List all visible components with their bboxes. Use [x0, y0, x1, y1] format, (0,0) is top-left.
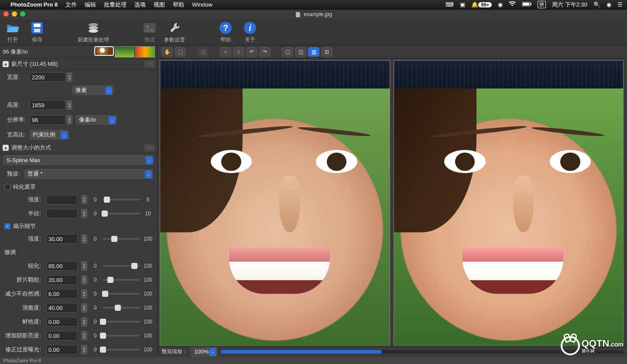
new-batch-button[interactable]: 新建批量处理 — [78, 20, 109, 44]
reveal-strength-slider[interactable] — [103, 238, 140, 240]
layout-split-v-button[interactable]: ⊟ — [321, 47, 332, 57]
ime-icon[interactable]: 拼 — [538, 1, 546, 8]
menu-help[interactable]: 帮助 — [173, 1, 184, 9]
width-stepper[interactable]: ▲▼ — [66, 72, 72, 82]
crisp-input[interactable] — [46, 303, 78, 313]
new-size-header[interactable]: ▲ 新尺寸 (10.45 MB) ⋯ — [0, 58, 158, 70]
menu-edit[interactable]: 编辑 — [85, 1, 96, 9]
layout-side-by-side-button[interactable]: ▥ — [308, 47, 319, 57]
stepper[interactable]: ▲▼ — [81, 275, 87, 285]
thumbnail-1[interactable] — [94, 46, 114, 56]
unsharp-radius-slider[interactable] — [103, 213, 140, 214]
menu-window[interactable]: Window — [192, 1, 212, 8]
crop-tool-button[interactable]: ◫ — [197, 47, 209, 57]
vivid-input[interactable] — [46, 317, 78, 327]
stepper[interactable]: ▲▼ — [81, 331, 87, 340]
close-button[interactable] — [3, 11, 9, 17]
chevron-down-icon: ⌄ — [209, 348, 216, 356]
unsharp-strength-label: 强度: — [4, 196, 44, 204]
artifact-input[interactable] — [46, 289, 78, 299]
reveal-detail-checkbox[interactable]: ✓ — [4, 223, 10, 229]
svg-point-7 — [89, 26, 98, 30]
stepper[interactable]: ▲▼ — [81, 345, 87, 354]
width-input[interactable] — [30, 72, 65, 82]
zoom-button[interactable] — [20, 11, 25, 17]
artifact-slider[interactable] — [103, 293, 140, 295]
sharpen-input[interactable] — [46, 261, 78, 271]
control-center-icon[interactable]: ☰ — [617, 1, 623, 8]
grain-slider[interactable] — [103, 279, 140, 281]
rotate-ccw-button[interactable]: ↶ — [246, 47, 257, 57]
marquee-tool-button[interactable]: ⬚ — [175, 47, 186, 57]
shadow-slider[interactable] — [103, 335, 140, 337]
layout-split-h-button[interactable]: ◫ — [295, 47, 306, 57]
grain-input[interactable] — [46, 275, 78, 285]
thumbnail-3[interactable] — [135, 46, 155, 58]
wifi-icon[interactable] — [509, 1, 516, 8]
resolution-unit-select[interactable]: 像素/in⌄ — [76, 115, 117, 125]
unsharp-strength-input[interactable] — [46, 195, 78, 204]
resolution-display: 96 像素/in — [3, 48, 28, 56]
preview-button[interactable]: 预览 — [140, 20, 160, 44]
stepper[interactable]: ▲▼ — [81, 289, 87, 299]
battery-icon[interactable] — [522, 1, 531, 8]
stepper[interactable]: ▲▼ — [81, 209, 87, 218]
unsharp-mask-checkbox[interactable] — [4, 184, 10, 190]
hand-tool-button[interactable]: ✋ — [161, 47, 173, 57]
height-stepper[interactable]: ▲▼ — [66, 100, 72, 110]
keyboard-icon[interactable]: ⌨ — [445, 1, 454, 8]
flip-h-button[interactable]: ↔ — [220, 47, 231, 57]
chevron-down-icon: ⌄ — [109, 116, 116, 124]
unsharp-strength-slider[interactable] — [103, 199, 140, 201]
thumbnail-2[interactable] — [115, 46, 134, 58]
menu-file[interactable]: 文件 — [65, 1, 77, 9]
stepper[interactable]: ▲▼ — [81, 303, 87, 313]
crisp-slider[interactable] — [103, 307, 140, 309]
sync-icon[interactable]: ◉ — [498, 1, 503, 8]
clock[interactable]: 周六 下午2:30 — [552, 1, 587, 9]
section-options-button[interactable]: ⋯ — [144, 144, 155, 151]
spotlight-icon[interactable]: 🔍 — [593, 1, 600, 8]
resolution-stepper[interactable]: ▲▼ — [66, 115, 72, 125]
batch-icon — [86, 20, 101, 35]
exposure-input[interactable] — [46, 345, 78, 354]
size-unit-select[interactable]: 像素⌄ — [72, 85, 113, 95]
preferences-button[interactable]: 参数设置 — [164, 20, 185, 44]
save-button[interactable]: 保存 — [27, 20, 47, 44]
display-icon[interactable]: ▣ — [460, 1, 465, 8]
method-select[interactable]: S-Spline Max⌄ — [3, 155, 154, 165]
sharpen-slider[interactable] — [103, 265, 140, 267]
exposure-slider[interactable] — [103, 349, 140, 350]
siri-icon[interactable]: ◉ — [606, 1, 611, 8]
stepper[interactable]: ▲▼ — [81, 317, 87, 327]
vivid-slider[interactable] — [103, 321, 140, 323]
stepper[interactable]: ▲▼ — [81, 195, 87, 204]
height-input[interactable] — [30, 100, 65, 110]
open-button[interactable]: 打开 — [3, 20, 23, 44]
about-button[interactable]: i 关于 — [240, 20, 260, 44]
notification-icon[interactable]: 🔔99+ — [471, 1, 492, 8]
unsharp-radius-input[interactable] — [46, 209, 78, 218]
menu-batch[interactable]: 批量处理 — [104, 1, 127, 9]
stepper[interactable]: ▲▼ — [81, 261, 87, 271]
shadow-input[interactable] — [46, 331, 78, 340]
layout-single-button[interactable]: ▢ — [282, 47, 293, 57]
svg-rect-4 — [34, 24, 41, 27]
menu-view[interactable]: 视图 — [154, 1, 165, 9]
preset-select[interactable]: 普通 *⌄ — [24, 169, 153, 179]
aspect-select[interactable]: 约束比例⌄ — [30, 130, 69, 139]
section-options-button[interactable]: ⋯ — [144, 61, 155, 68]
flip-v-button[interactable]: ↕ — [233, 47, 244, 57]
resolution-input[interactable] — [30, 115, 65, 125]
zoom-select[interactable]: 100%⌄ — [191, 347, 217, 357]
original-pane[interactable] — [160, 60, 390, 346]
result-pane[interactable] — [394, 60, 624, 346]
help-button[interactable]: ? 帮助 — [216, 20, 236, 44]
stepper[interactable]: ▲▼ — [81, 234, 87, 244]
rotate-cw-button[interactable]: ↷ — [259, 47, 271, 57]
menu-options[interactable]: 选项 — [134, 1, 146, 9]
menubar-app-name[interactable]: PhotoZoom Pro 8 — [10, 1, 58, 8]
reveal-strength-input[interactable] — [46, 234, 78, 244]
minimize-button[interactable] — [12, 11, 17, 17]
resize-method-header[interactable]: ▲ 调整大小的方式 ⋯ — [0, 142, 158, 153]
